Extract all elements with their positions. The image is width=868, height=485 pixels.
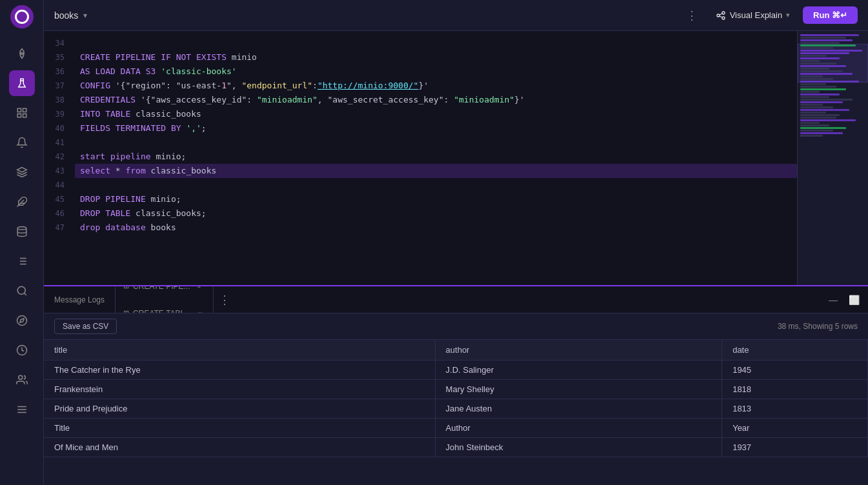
code-line: 46DROP TABLE classic_books; <box>44 206 797 221</box>
line-number: 43 <box>44 164 75 178</box>
tabs-bar: Message Logs ⊞select * from c...×⊞start … <box>44 286 868 313</box>
minimap <box>797 31 868 285</box>
code-line: 38CREDENTIALS '{"aws_access_key_id": "mi… <box>44 93 797 107</box>
code-line: 35CREATE PIPELINE IF NOT EXISTS minio <box>44 50 797 64</box>
line-number: 42 <box>44 150 75 164</box>
run-button[interactable]: Run ⌘↵ <box>803 6 858 24</box>
tab-create-tabl[interactable]: ⊞CREATE TABL...× <box>116 300 214 314</box>
line-number: 35 <box>44 50 75 64</box>
tab-close-button[interactable]: × <box>195 308 205 314</box>
line-content: AS LOAD DATA S3 'classic-books' <box>75 64 797 79</box>
line-content: CONFIG '{"region": "us-east-1", "endpoin… <box>75 79 797 93</box>
sidebar-item-list[interactable] <box>9 248 35 274</box>
save-csv-button[interactable]: Save as CSV <box>54 319 117 334</box>
table-cell: The Catcher in the Rye <box>44 361 435 380</box>
table-row[interactable]: Of Mice and MenJohn Steinbeck1937 <box>44 438 868 457</box>
sidebar-item-search[interactable] <box>9 278 35 304</box>
table-cell: Frankenstein <box>44 380 435 399</box>
line-content: INTO TABLE classic_books <box>75 107 797 121</box>
code-editor[interactable]: 34 35CREATE PIPELINE IF NOT EXISTS minio… <box>44 31 797 285</box>
bottom-panel: Message Logs ⊞select * from c...×⊞start … <box>44 285 868 485</box>
code-line: 42start pipeline minio; <box>44 150 797 164</box>
code-line: 36AS LOAD DATA S3 'classic-books' <box>44 64 797 79</box>
line-content <box>75 135 797 150</box>
table-cell: Jane Austen <box>435 399 722 419</box>
table-cell: J.D. Salinger <box>435 361 722 380</box>
svg-marker-19 <box>19 319 23 322</box>
svg-point-18 <box>17 316 26 326</box>
minimize-panel-button[interactable]: — <box>824 291 842 309</box>
svg-point-27 <box>722 17 725 19</box>
sidebar-item-compass[interactable] <box>9 308 35 333</box>
line-content <box>75 178 797 192</box>
svg-point-9 <box>17 227 26 230</box>
column-header-date: date <box>722 340 868 361</box>
database-name: books <box>54 10 78 21</box>
message-logs-label: Message Logs <box>54 295 105 304</box>
svg-line-29 <box>720 16 722 17</box>
svg-marker-6 <box>17 168 26 173</box>
sidebar-item-clock[interactable] <box>9 337 35 363</box>
table-cell: John Steinbeck <box>435 438 722 457</box>
line-number: 41 <box>44 135 75 150</box>
line-content: DROP PIPELINE minio; <box>75 192 797 206</box>
tab-close-button[interactable]: × <box>194 286 205 292</box>
line-number: 45 <box>44 192 75 206</box>
sidebar-item-bell[interactable] <box>9 130 35 155</box>
line-number: 47 <box>44 221 75 235</box>
svg-point-0 <box>21 53 23 55</box>
table-cell: 1813 <box>722 399 868 419</box>
sidebar-item-puzzle[interactable] <box>9 189 35 215</box>
code-line: 44 <box>44 178 797 192</box>
table-cell: 1945 <box>722 361 868 380</box>
code-line: 47drop database books <box>44 221 797 235</box>
code-line: 37CONFIG '{"region": "us-east-1", "endpo… <box>44 79 797 93</box>
sidebar-item-team[interactable] <box>9 367 35 393</box>
table-row[interactable]: The Catcher in the RyeJ.D. Salinger1945 <box>44 361 868 380</box>
run-label: Run ⌘↵ <box>813 10 847 20</box>
line-content: select * from classic_books <box>75 164 797 178</box>
message-logs-tab[interactable]: Message Logs <box>44 286 116 313</box>
results-table[interactable]: titleauthordate The Catcher in the RyeJ.… <box>44 340 868 485</box>
results-area: Save as CSV 38 ms, Showing 5 rows titlea… <box>44 313 868 485</box>
code-line: 34 <box>44 36 797 50</box>
sidebar-item-dashboard[interactable] <box>9 100 35 126</box>
line-content: CREATE PIPELINE IF NOT EXISTS minio <box>75 50 797 64</box>
line-number: 44 <box>44 178 75 192</box>
code-line: 40FIELDS TERMINATED BY ','; <box>44 121 797 135</box>
tabs-container: ⊞select * from c...×⊞start pipeline ...×… <box>116 286 214 313</box>
more-options-button[interactable]: ⋮ <box>682 5 703 26</box>
results-toolbar: Save as CSV 38 ms, Showing 5 rows <box>44 313 868 340</box>
svg-rect-2 <box>17 108 21 112</box>
table-row[interactable]: Pride and PrejudiceJane Austen1813 <box>44 399 868 419</box>
tabs-more-button[interactable]: ⋮ <box>214 293 236 307</box>
svg-rect-5 <box>23 114 26 117</box>
sidebar-item-layers[interactable] <box>9 159 35 185</box>
table-cell: Mary Shelley <box>435 380 722 399</box>
tab-label: CREATE PIPE... <box>133 286 190 291</box>
svg-rect-3 <box>23 108 26 112</box>
sidebar <box>0 0 44 485</box>
editor-area: 34 35CREATE PIPELINE IF NOT EXISTS minio… <box>44 31 868 285</box>
table-row[interactable]: FrankensteinMary Shelley1818 <box>44 380 868 399</box>
maximize-panel-button[interactable]: ⬜ <box>845 291 863 309</box>
tab-table-icon: ⊞ <box>123 286 129 290</box>
line-content: DROP TABLE classic_books; <box>75 206 797 221</box>
sidebar-item-database[interactable] <box>9 219 35 244</box>
sidebar-item-rocket[interactable] <box>9 41 35 66</box>
table-cell: 1937 <box>722 438 868 457</box>
svg-line-28 <box>720 14 722 15</box>
tab-label: CREATE TABL... <box>133 309 191 314</box>
app-logo[interactable] <box>10 5 34 28</box>
line-number: 46 <box>44 206 75 221</box>
visual-explain-button[interactable]: Visual Explain ▾ <box>711 8 795 23</box>
svg-point-26 <box>722 12 725 14</box>
line-number: 36 <box>44 64 75 79</box>
sidebar-item-menu[interactable] <box>9 397 35 422</box>
sidebar-item-lab[interactable] <box>9 70 35 96</box>
code-line: 45DROP PIPELINE minio; <box>44 192 797 206</box>
database-selector[interactable]: books ▾ <box>54 10 87 21</box>
line-number: 37 <box>44 79 75 93</box>
tab-create-pipe[interactable]: ⊞CREATE PIPE...× <box>116 286 214 300</box>
table-row[interactable]: TitleAuthorYear <box>44 419 868 438</box>
